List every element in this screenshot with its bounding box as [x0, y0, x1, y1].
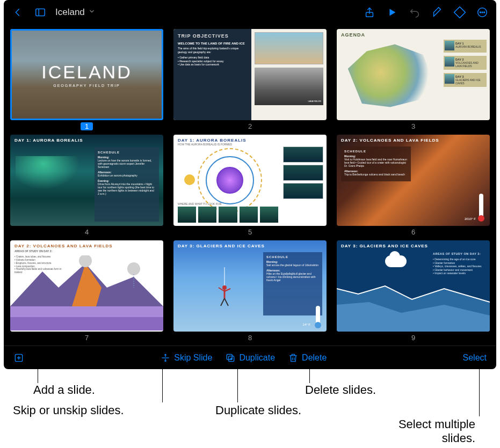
svg-point-7 — [482, 12, 483, 13]
slide-header: DAY 2: VOLCANOES AND LAVA FIELDS — [10, 240, 163, 248]
slide-subtitle: GEOGRAPHY FIELD TRIP — [53, 84, 120, 87]
slide-header: DAY 3: GLACIERS AND ICE CAVES — [337, 240, 490, 248]
slide-header: TRIP OBJECTIVES — [178, 33, 247, 39]
slide-header: DAY 2: VOLCANOES AND LAVA FIELDS — [337, 135, 490, 144]
slide-grid: ICELAND GEOGRAPHY FIELD TRIP 1 TRIP OBJE… — [4, 27, 496, 344]
slide-number: 4 — [10, 228, 163, 236]
add-slide-button[interactable] — [13, 352, 24, 363]
document-title-text: Iceland — [55, 7, 85, 18]
svg-point-17 — [222, 285, 227, 290]
svg-point-14 — [127, 262, 140, 275]
callout-add: Add a slide. — [33, 383, 95, 397]
animate-icon[interactable] — [452, 5, 467, 20]
cloud-icon — [385, 255, 407, 267]
slide-thumbnail[interactable]: AGENDA DAY 1AURORA BOREALIS DAY 2VOLCANO… — [337, 29, 490, 130]
svg-point-8 — [484, 12, 485, 13]
slide-thumbnail[interactable]: DAY 1: AURORA BOREALIS HOW THE AURORA BO… — [173, 135, 327, 236]
callout-skip: Skip or unskip slides. — [13, 403, 124, 417]
select-label: Select — [463, 353, 487, 363]
slide-thumbnail[interactable]: DAY 2: VOLCANOES AND LAVA FIELDS SCHEDUL… — [337, 135, 490, 236]
slide-header: DAY 1: AURORA BOREALIS — [173, 135, 327, 143]
document-title[interactable]: Iceland — [55, 7, 96, 18]
format-brush-icon[interactable] — [430, 5, 445, 20]
slide-thumbnail[interactable]: ICELAND GEOGRAPHY FIELD TRIP 1 — [10, 29, 163, 130]
chevron-down-icon — [88, 7, 96, 18]
delete-button[interactable]: Delete — [288, 352, 327, 363]
slide-thumbnail[interactable]: DAY 3: GLACIERS AND ICE CAVES AREAS OF S… — [337, 240, 490, 342]
slide-header: AGENDA — [341, 32, 485, 38]
thermometer-icon — [479, 194, 483, 221]
slide-thumbnail[interactable]: DAY 1: AURORA BOREALIS SCHEDULE Morning:… — [10, 135, 163, 236]
bottom-toolbar: Skip Slide Duplicate Delete Select — [4, 346, 496, 369]
select-button[interactable]: Select — [463, 353, 487, 363]
slide-number: 5 — [173, 228, 327, 236]
sidebar-icon[interactable] — [33, 5, 48, 20]
slide-thumbnail[interactable]: DAY 3: GLACIERS AND ICE CAVES SCHEDULE M… — [173, 240, 327, 342]
svg-point-6 — [480, 12, 481, 13]
slide-header: DAY 3: GLACIERS AND ICE CAVES — [173, 240, 327, 249]
skip-slide-label: Skip Slide — [174, 353, 212, 363]
svg-line-21 — [221, 298, 224, 306]
callout-duplicate: Duplicate slides. — [215, 403, 301, 417]
back-icon[interactable] — [10, 5, 25, 20]
svg-rect-0 — [36, 9, 45, 16]
svg-line-22 — [224, 298, 228, 306]
slide-number: 7 — [10, 334, 163, 342]
slide-number: 2 — [173, 122, 327, 130]
svg-rect-10 — [10, 317, 163, 331]
svg-rect-4 — [454, 7, 466, 18]
slide-number: 8 — [173, 334, 327, 342]
top-toolbar: Iceland — [4, 0, 496, 25]
callout-delete: Delete slides. — [305, 383, 376, 397]
duplicate-button[interactable]: Duplicate — [225, 352, 275, 363]
play-icon[interactable] — [385, 5, 400, 20]
svg-point-13 — [79, 255, 92, 267]
svg-marker-3 — [389, 9, 395, 16]
slide-thumbnail[interactable]: TRIP OBJECTIVES WELCOME TO THE LAND OF F… — [173, 29, 327, 130]
undo-icon[interactable] — [407, 5, 422, 20]
slide-header: DAY 1: AURORA BOREALIS — [10, 135, 163, 144]
thermometer-icon — [316, 306, 320, 327]
slide-number: 9 — [337, 334, 490, 342]
duplicate-label: Duplicate — [239, 353, 275, 363]
slide-number: 1 — [81, 122, 93, 130]
more-icon[interactable] — [475, 5, 490, 20]
share-icon[interactable] — [362, 5, 377, 20]
slide-thumbnail[interactable]: DAY 2: VOLCANOES AND LAVA FIELDS AREAS O… — [10, 240, 163, 342]
callout-select: Select multiple slides. — [373, 417, 475, 445]
slide-number: 3 — [337, 122, 490, 130]
app-window: Iceland ICELAND — [4, 0, 496, 369]
delete-label: Delete — [302, 353, 327, 363]
slide-title: ICELAND — [41, 62, 132, 83]
skip-slide-button[interactable]: Skip Slide — [160, 352, 212, 363]
slide-number: 6 — [337, 228, 490, 236]
